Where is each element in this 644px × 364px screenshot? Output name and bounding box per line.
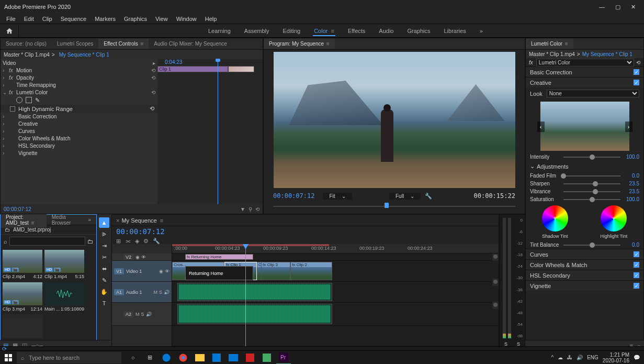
edge-icon[interactable] bbox=[159, 351, 174, 365]
taskbar-search[interactable]: ⌕ Type here to search bbox=[17, 352, 121, 363]
workspace-assembly[interactable]: Assembly bbox=[243, 26, 270, 36]
razor-tool[interactable]: ✂ bbox=[99, 252, 109, 262]
ec-basic-correction[interactable]: ›Basic Correction bbox=[1, 113, 157, 120]
reset-icon[interactable]: ⟲ bbox=[151, 75, 155, 81]
project-clip[interactable]: HD🎬 Clip 3.mp412:14 bbox=[3, 282, 42, 313]
tab-lumetri-scopes[interactable]: Lumetri Scopes bbox=[52, 39, 98, 49]
section-checkbox[interactable]: ✓ bbox=[634, 262, 639, 268]
premiere-icon[interactable]: Pr bbox=[276, 351, 291, 365]
project-clip[interactable]: HD🎬 Clip 1.mp45:15 bbox=[44, 250, 84, 280]
timeline-clip[interactable]: fx Clip 2 bbox=[290, 262, 332, 280]
scrollbar-thumb[interactable] bbox=[493, 280, 498, 284]
timeline-audio-clip[interactable] bbox=[177, 304, 332, 324]
ec-opacity[interactable]: ›fxOpacity⟲ bbox=[1, 74, 157, 81]
mask-pen-icon[interactable]: ✎ bbox=[35, 97, 40, 104]
new-bin-icon[interactable]: 🗀 bbox=[87, 238, 93, 245]
tint-balance-slider[interactable]: Tint Balance0.0 bbox=[526, 241, 643, 249]
mask-ellipse-button[interactable] bbox=[16, 97, 22, 103]
section-checkbox[interactable]: ✓ bbox=[634, 69, 639, 75]
window-minimize[interactable]: — bbox=[599, 4, 605, 10]
scrollbar-thumb[interactable] bbox=[493, 255, 498, 259]
store-icon[interactable] bbox=[209, 351, 224, 365]
prev-look-button[interactable]: ‹ bbox=[537, 122, 545, 132]
window-maximize[interactable]: ▢ bbox=[615, 4, 620, 10]
program-playhead[interactable] bbox=[385, 203, 389, 208]
timeline-timecode[interactable]: 00:00:07:12 bbox=[112, 226, 169, 237]
radeon-icon[interactable] bbox=[243, 351, 257, 365]
lum-section-curves[interactable]: Curves✓ bbox=[526, 249, 643, 259]
track-header-v1[interactable]: V1Video 1◉👁 bbox=[112, 261, 172, 282]
workspace-editing[interactable]: Editing bbox=[282, 26, 302, 36]
task-view-icon[interactable]: ⊞ bbox=[142, 351, 157, 365]
project-clip[interactable] bbox=[3, 315, 42, 338]
timeline-audio-clip[interactable] bbox=[177, 283, 332, 301]
hand-tool[interactable]: ✋ bbox=[99, 286, 109, 297]
timeline-clip[interactable]: fx Clip 3 bbox=[261, 262, 290, 280]
program-zoom-select[interactable]: Fit⌄ bbox=[323, 193, 352, 200]
tray-notifications-icon[interactable]: 💬 bbox=[634, 355, 640, 360]
tab-effect-controls[interactable]: Effect Controls ≡ bbox=[98, 39, 149, 49]
project-clip[interactable]: Main ...1:05:10809 bbox=[44, 282, 84, 313]
tab-project[interactable]: Project: AMD_test ≡ bbox=[1, 212, 47, 228]
ec-color-wheels[interactable]: ›Color Wheels & Match bbox=[1, 135, 157, 142]
workspace-overflow[interactable]: » bbox=[479, 26, 484, 36]
project-search-input[interactable] bbox=[9, 237, 85, 246]
section-checkbox[interactable]: ✓ bbox=[634, 251, 639, 257]
menu-file[interactable]: File bbox=[2, 15, 20, 23]
wrench-icon[interactable]: ⟲ bbox=[255, 206, 259, 212]
timeline-clip-graphic[interactable]: fxReturning Home bbox=[185, 254, 253, 260]
tab-source[interactable]: Source: (no clips) bbox=[1, 39, 52, 49]
menu-clip[interactable]: Clip bbox=[38, 15, 57, 23]
filter-icon[interactable]: ▼ bbox=[240, 206, 245, 212]
menu-markers[interactable]: Markers bbox=[91, 15, 120, 23]
panel-menu-icon[interactable]: ≡ bbox=[160, 217, 163, 224]
highlight-tint-wheel[interactable] bbox=[601, 205, 627, 231]
lum-section-creative[interactable]: Creative✓ bbox=[526, 77, 643, 87]
ec-time-remapping[interactable]: ›Time Remapping bbox=[1, 81, 157, 89]
section-checkbox[interactable]: ✓ bbox=[634, 80, 639, 85]
sharpen-slider[interactable]: Sharpen23.5 bbox=[526, 180, 643, 187]
workspace-audio[interactable]: Audio bbox=[378, 26, 394, 36]
ec-current-timecode[interactable]: 00:00:07:12 bbox=[4, 206, 31, 212]
tray-network-icon[interactable]: 🖧 bbox=[567, 355, 572, 360]
track-header-a2[interactable]: A2MS🔊 bbox=[112, 303, 172, 326]
selection-tool[interactable]: ▲ bbox=[99, 217, 109, 228]
menu-help[interactable]: Help bbox=[201, 15, 221, 23]
start-button[interactable] bbox=[0, 351, 17, 365]
ec-hdr-row[interactable]: High Dynamic Range⟲ bbox=[1, 105, 157, 113]
lum-fx-select[interactable]: Lumetri Color bbox=[536, 59, 634, 67]
program-video[interactable] bbox=[274, 52, 515, 188]
track-toggle-icon[interactable]: ◉ bbox=[135, 255, 140, 260]
workspace-graphics[interactable]: Graphics bbox=[406, 26, 431, 36]
tray-clock[interactable]: 1:21 PM 2020-07-16 bbox=[603, 352, 629, 363]
lum-section-hsl[interactable]: HSL Secondary✓ bbox=[526, 270, 643, 280]
adjustments-header[interactable]: ⌄Adjustments bbox=[526, 161, 643, 172]
workspace-menu-icon[interactable]: ≡ bbox=[331, 28, 334, 34]
home-button[interactable] bbox=[0, 24, 19, 38]
hdr-checkbox[interactable] bbox=[10, 106, 15, 112]
vibrance-slider[interactable]: Vibrance23.5 bbox=[526, 187, 643, 195]
window-close[interactable]: ✕ bbox=[631, 4, 636, 10]
track-header-v2[interactable]: V2◉👁 bbox=[112, 253, 172, 261]
reset-icon[interactable]: ⟲ bbox=[636, 60, 640, 65]
lum-section-wheels[interactable]: Color Wheels & Match✓ bbox=[526, 259, 643, 270]
timeline-title-clip[interactable]: Returning Home bbox=[185, 266, 253, 280]
track-header-a1[interactable]: A1Audio 1MS🔊 bbox=[112, 282, 172, 303]
section-checkbox[interactable]: ✓ bbox=[634, 272, 639, 278]
timeline-sequence-name[interactable]: My Sequence bbox=[121, 217, 156, 224]
pen-tool[interactable]: ✎ bbox=[99, 275, 109, 285]
menu-edit[interactable]: Edit bbox=[20, 15, 38, 23]
tab-media-browser[interactable]: Media Browser bbox=[47, 212, 83, 228]
timeline-ruler[interactable]: :00:00 00:00:04:23 00:00:09:23 00:00:14:… bbox=[172, 244, 499, 253]
lum-section-vignette[interactable]: Vignette✓ bbox=[526, 280, 643, 291]
menu-view[interactable]: View bbox=[151, 15, 172, 23]
cortana-icon[interactable]: ○ bbox=[126, 351, 140, 365]
tray-cloud-icon[interactable]: ☁ bbox=[558, 355, 563, 360]
program-resolution-select[interactable]: Full⌄ bbox=[389, 193, 421, 200]
timeline-playhead[interactable] bbox=[245, 244, 246, 349]
panel-menu-icon[interactable]: ≡ bbox=[139, 41, 144, 47]
ec-lumetri[interactable]: ⌄fxLumetri Color⟲ bbox=[1, 89, 157, 96]
mail-icon[interactable] bbox=[226, 351, 241, 365]
ec-sequence-link[interactable]: My Sequence * Clip 1 bbox=[59, 52, 109, 58]
saturation-slider[interactable]: Saturation100.0 bbox=[526, 195, 643, 203]
